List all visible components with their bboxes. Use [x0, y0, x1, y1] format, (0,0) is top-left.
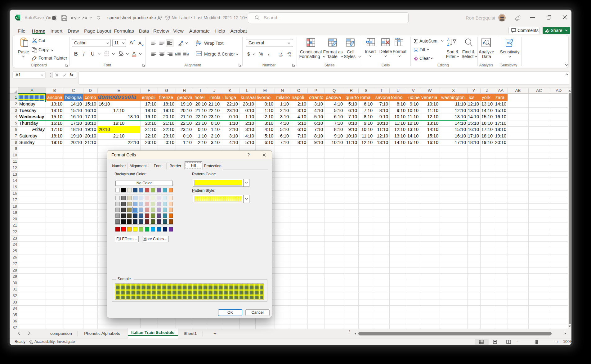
- svg-text:A: A: [447, 38, 450, 42]
- svg-text:ab: ab: [178, 43, 181, 46]
- svg-text:ab: ab: [196, 40, 199, 43]
- svg-text:→: →: [287, 54, 289, 57]
- svg-text:.00: .00: [279, 54, 283, 57]
- svg-text:c: c: [196, 43, 197, 46]
- svg-text:Z: Z: [447, 42, 449, 47]
- svg-text:X: X: [16, 16, 18, 19]
- svg-text:0: 0: [289, 54, 291, 57]
- svg-text:?: ?: [167, 16, 168, 20]
